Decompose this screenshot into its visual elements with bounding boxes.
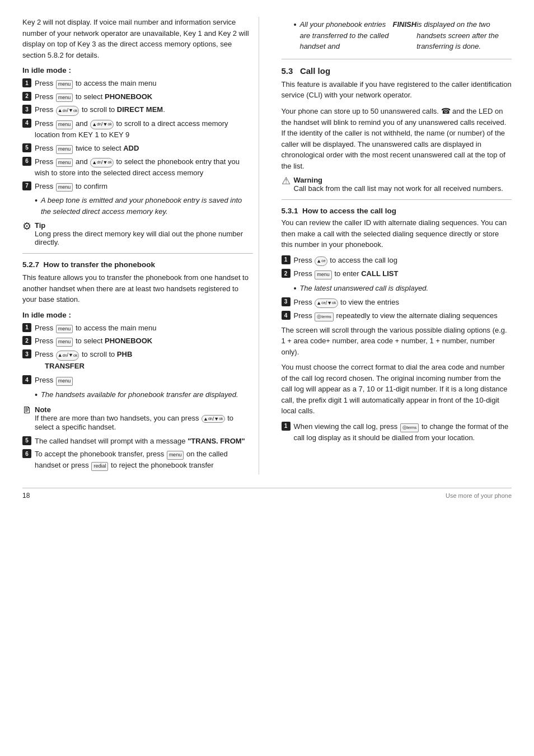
step-badge: 2 [22, 92, 31, 101]
nav-up-button: ▲ce [315, 256, 327, 267]
footer: 18 Use more of your phone [22, 488, 512, 500]
list-item: 1 When viewing the call log, press ◎term… [282, 421, 512, 443]
redial-button: redial [91, 462, 108, 471]
nav-button: ▲ce/▼ok [315, 298, 338, 309]
menu-button: menu [56, 80, 73, 89]
list-item: 6 To accept the phonebook transfer, pres… [22, 449, 253, 470]
nav-button: ▲dn/▼ok [202, 415, 225, 423]
menu-button: menu [56, 94, 73, 102]
bullet-finish: All your phonebook entries are transferr… [294, 19, 512, 52]
section-531: 5.3.1 How to access the call log You can… [282, 207, 512, 443]
menu-button: menu [56, 325, 73, 334]
section-53: 5.3 Call log This feature is available i… [282, 66, 512, 172]
menu-button: menu [315, 270, 332, 279]
steps-continued: 5 The called handset will prompt with a … [22, 436, 253, 471]
idle-mode-heading-1: In idle mode : [22, 66, 253, 74]
list-item: 1 Press menu to access the main menu [22, 323, 253, 334]
step-badge: 6 [22, 157, 31, 166]
call-log-steps-2: 3 Press ▲ce/▼ok to view the entries 4 Pr… [282, 297, 512, 321]
note-text: If there are more than two handsets, you… [35, 414, 233, 431]
call-log-steps: 1 Press ▲ce to access the call log 2 Pre… [282, 255, 512, 279]
section-527: 5.2.7 How to transfer the phonebook This… [22, 260, 253, 305]
step-badge: 4 [282, 311, 291, 320]
warning-label: Warning [294, 176, 323, 184]
step-badge: 5 [22, 436, 31, 445]
tip-box: ⚙ Tip Long press the direct memory key w… [22, 221, 253, 246]
step-badge: 2 [282, 269, 291, 278]
list-item: 2 Press menu to select PHONEBOOK [22, 335, 253, 347]
list-item: 5 The called handset will prompt with a … [22, 436, 253, 447]
section-531-intro: You can review the caller ID with altern… [282, 217, 512, 250]
bullet-handsets: The handsets available for phonebook tra… [35, 389, 253, 401]
list-item: 4 Press menu and ▲dn/▼ok to scroll to a … [22, 118, 253, 141]
section-num: 5.3 [282, 66, 293, 76]
list-item: 1 Press ▲ce to access the call log [282, 255, 512, 267]
list-item: 2 Press menu to enter CALL LIST [282, 268, 512, 279]
menu-button: menu [167, 451, 184, 460]
list-item: 3 Press ▲dn/▼ok to scroll to PHB TRANSFE… [22, 349, 253, 371]
section-527-intro: This feature allows you to transfer the … [22, 272, 253, 305]
left-column: Key 2 will not display. If voice mail nu… [22, 17, 259, 474]
tip-icon: ⚙ [22, 220, 31, 232]
warning-box: ⚠ Warning Call back from the call list m… [282, 176, 512, 193]
step-badge: 2 [22, 336, 31, 345]
list-item: 4 Press ◎terms repeatedly to view the al… [282, 310, 512, 321]
step-badge: 1 [282, 255, 291, 264]
note-label: Note [35, 405, 51, 414]
section-531-num: 5.3.1 [282, 207, 298, 215]
right-column: All your phonebook entries are transferr… [276, 17, 512, 474]
divider-right-2 [282, 199, 512, 200]
menu-button: menu [56, 377, 73, 386]
list-item: 1 Press menu to access the main menu [22, 78, 253, 89]
nav-button: ▲dn/▼ok [56, 351, 79, 361]
footer-text: Use more of your phone [446, 492, 512, 499]
section-53-intro: This feature is available if you have re… [282, 79, 512, 101]
section-53-body1: Your phone can store up to 50 unanswered… [282, 105, 512, 172]
options-button: ◎terms [400, 423, 419, 432]
phone-icon: ☎ [441, 106, 451, 115]
step-badge: 4 [22, 375, 31, 384]
nav-button: ▲dn/▼ok [90, 158, 114, 168]
list-item: 7 Press menu to confirm [22, 181, 253, 192]
list-item: 2 Press menu to select PHONEBOOK [22, 91, 253, 102]
list-item: 3 Press ▲dn/▼ok to scroll to DIRECT MEM. [22, 104, 253, 116]
body2: The screen will scroll through the vario… [282, 325, 512, 358]
tip-label: Tip [35, 221, 45, 230]
step-badge: 1 [22, 323, 31, 332]
bullet-latest: The latest unanswered call is displayed. [294, 283, 512, 295]
tip-text: Long press the direct memory key will di… [35, 230, 243, 246]
step-badge: 3 [282, 297, 291, 306]
list-item: 6 Press menu and ▲dn/▼ok to select the p… [22, 156, 253, 179]
step-badge: 3 [22, 105, 31, 114]
step-badge: 3 [22, 349, 31, 358]
list-item: 5 Press menu twice to select ADD [22, 143, 253, 154]
warning-text: Call back from the call list may not wor… [294, 184, 503, 193]
nav-button: ▲dn/▼ok [56, 106, 79, 116]
final-step: 1 When viewing the call log, press ◎term… [282, 421, 512, 443]
body3: You must choose the correct format to di… [282, 362, 512, 417]
menu-button: menu [56, 120, 73, 129]
list-item: 3 Press ▲ce/▼ok to view the entries [282, 297, 512, 309]
section-531-title: How to access the call log [302, 207, 396, 215]
note-box: 🖹 Note If there are more than two handse… [22, 405, 253, 431]
idle-mode-heading-2: In idle mode : [22, 311, 253, 319]
step-badge: 1 [22, 78, 31, 87]
step-badge: 7 [22, 181, 31, 190]
idle-mode-steps-1: 1 Press menu to access the main menu 2 P… [22, 78, 253, 192]
divider-right-1 [282, 59, 512, 59]
menu-button: menu [56, 145, 73, 154]
section-title-text: Call log [300, 66, 330, 76]
nav-button: ▲dn/▼ok [90, 120, 114, 130]
divider [22, 253, 253, 254]
note-icon: 🖹 [22, 405, 31, 416]
step-badge: 4 [22, 119, 31, 128]
menu-button: menu [56, 183, 73, 192]
step-badge: 1 [282, 422, 291, 431]
options-button: ◎terms [315, 312, 334, 321]
list-item: 4 Press menu [22, 375, 253, 386]
step-badge: 6 [22, 449, 31, 458]
warning-icon: ⚠ [282, 175, 291, 187]
idle-mode-steps-2b: 4 Press menu [22, 375, 253, 386]
menu-button: menu [56, 158, 73, 167]
bullet-beep: A beep tone is emitted and your phoneboo… [35, 195, 253, 217]
